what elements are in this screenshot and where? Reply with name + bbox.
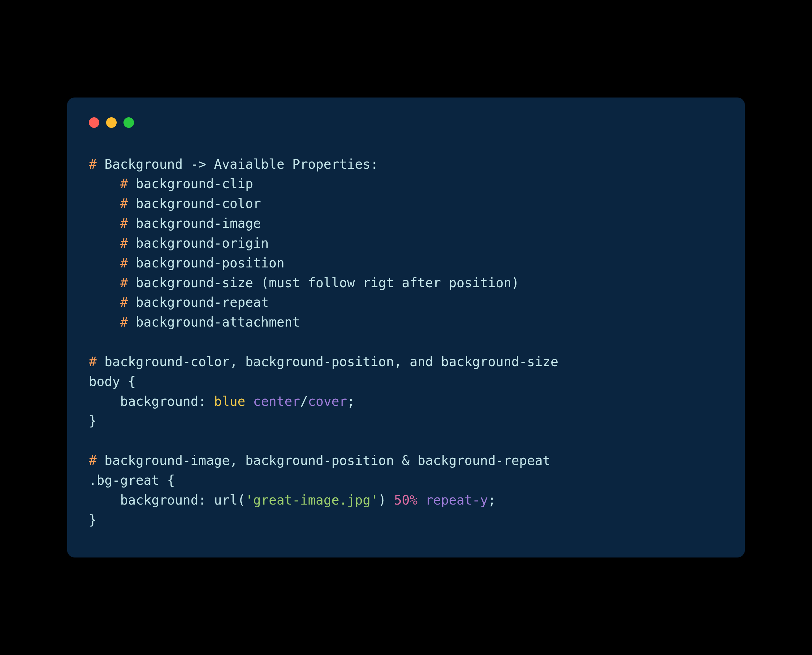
comment-hash: # [120,275,128,291]
property: background [89,394,198,409]
brace-close: } [89,512,97,527]
space [246,394,253,409]
value-color: blue [214,394,246,409]
indent [89,315,120,330]
space [386,492,394,507]
comment-text: background-clip [128,176,253,191]
indent [89,216,120,231]
comment-text: background-color, background-position, a… [97,354,558,369]
number: 50% [394,492,418,507]
close-icon[interactable] [89,117,99,128]
indent [89,295,120,310]
minimize-icon[interactable] [106,117,117,128]
comment-hash: # [89,453,97,468]
comment-text: background-color [128,196,261,211]
window-controls [89,117,723,128]
comment-text: background-repeat [128,295,269,310]
selector: body [89,374,128,389]
comment-text: background-image [128,216,261,231]
semicolon: ; [347,394,355,409]
comment-text: background-origin [128,235,269,251]
comment-hash: # [120,216,128,231]
comment-text: Background -> Avaialble Properties: [97,157,378,172]
indent [89,235,120,251]
indent [89,275,120,291]
slash: / [300,394,308,409]
comment-hash: # [120,255,128,271]
comment-text: background-image, background-position & … [97,453,551,468]
indent [89,255,120,271]
comment-hash: # [89,157,97,172]
brace-open: { [128,374,135,389]
indent [89,196,120,211]
string: 'great-image.jpg' [246,492,378,507]
value-keyword: center [253,394,300,409]
paren-close: ) [378,492,386,507]
brace-close: } [89,413,97,428]
comment-text: background-size (must follow rigt after … [128,275,519,291]
property: background [89,492,198,507]
paren-open: ( [237,492,245,507]
code-window: # Background -> Avaialble Properties: # … [67,97,745,558]
comment-hash: # [89,354,97,369]
indent [89,176,120,191]
maximize-icon[interactable] [123,117,134,128]
semicolon: ; [488,492,496,507]
comment-hash: # [120,235,128,251]
function: url [214,492,238,507]
colon: : [198,492,214,507]
comment-hash: # [120,315,128,330]
comment-text: background-attachment [128,315,300,330]
code-block: # Background -> Avaialble Properties: # … [89,154,723,530]
space [418,492,425,507]
selector: .bg-great [89,473,167,488]
colon: : [198,394,214,409]
value-keyword: repeat-y [425,492,488,507]
comment-hash: # [120,196,128,211]
value-keyword: cover [308,394,347,409]
comment-text: background-position [128,255,284,271]
comment-hash: # [120,295,128,310]
brace-open: { [167,473,175,488]
comment-hash: # [120,176,128,191]
